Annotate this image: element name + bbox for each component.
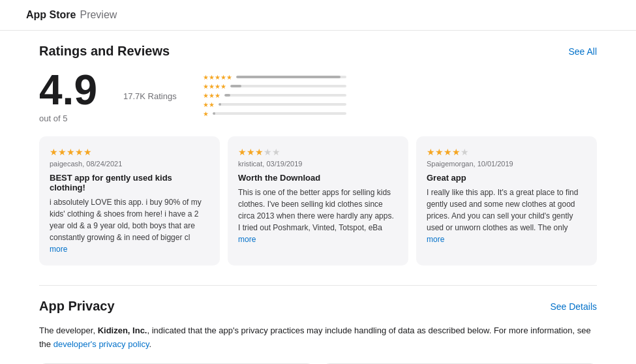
rating-bars: ★★★★★ ★★★★ ★★★ ★★ ★ xyxy=(203,74,346,119)
review-title-1: BEST app for gently used kids clothing! xyxy=(50,173,209,192)
bar-stars-5: ★★★★★ xyxy=(203,74,232,81)
review-more-1[interactable]: more xyxy=(50,245,67,254)
section-divider xyxy=(39,285,597,286)
privacy-policy-link[interactable]: developer's privacy policy xyxy=(53,339,149,349)
ratings-count: 17.7K Ratings xyxy=(123,91,177,101)
bar-stars-2: ★★ xyxy=(203,101,215,108)
bar-track-3 xyxy=(224,94,346,97)
bar-row-2: ★★ xyxy=(203,101,346,108)
main-content: Ratings and Reviews See All 4.9 out of 5… xyxy=(0,31,636,364)
bar-track-2 xyxy=(219,103,346,106)
bar-row-4: ★★★★ xyxy=(203,83,346,90)
ratings-overview: 4.9 out of 5 17.7K Ratings ★★★★★ ★★★★ ★★… xyxy=(39,69,597,123)
bar-track-5 xyxy=(236,76,346,78)
privacy-title: App Privacy xyxy=(39,299,115,314)
review-stars-2: ★★★★★ xyxy=(238,147,398,157)
bar-track-4 xyxy=(230,85,346,87)
bar-row-3: ★★★ xyxy=(203,92,346,99)
big-rating-block: 4.9 out of 5 xyxy=(39,69,97,123)
see-details-link[interactable]: See Details xyxy=(550,301,597,312)
review-title-3: Great app xyxy=(427,173,586,183)
privacy-section-header: App Privacy See Details xyxy=(39,299,597,314)
review-title-2: Worth the Download xyxy=(238,173,398,183)
privacy-desc-end: . xyxy=(149,339,151,349)
review-body-2: This is one of the better apps for selli… xyxy=(238,187,398,245)
review-stars-3: ★★★★★ xyxy=(427,147,586,157)
bar-stars-1: ★ xyxy=(203,110,209,117)
review-card-1: ★★★★★ paigecash, 08/24/2021 BEST app for… xyxy=(39,136,220,265)
app-header: App Store Preview xyxy=(0,0,636,31)
preview-label: Preview xyxy=(80,9,117,21)
bar-row-5: ★★★★★ xyxy=(203,74,346,81)
privacy-description: The developer, Kidizen, Inc., indicated … xyxy=(39,324,597,352)
reviews-grid: ★★★★★ paigecash, 08/24/2021 BEST app for… xyxy=(39,136,597,265)
see-all-link[interactable]: See All xyxy=(568,46,597,57)
review-more-3[interactable]: more xyxy=(427,235,444,244)
bar-row-1: ★ xyxy=(203,110,346,117)
app-store-label: App Store xyxy=(26,9,76,21)
privacy-desc-text: The developer, xyxy=(39,326,98,335)
ratings-title: Ratings and Reviews xyxy=(39,44,170,59)
out-of-label: out of 5 xyxy=(39,114,97,123)
developer-name: Kidizen, Inc. xyxy=(98,326,147,335)
review-meta-3: Spaigemorgan, 10/01/2019 xyxy=(427,160,586,168)
review-meta-2: kristicat, 03/19/2019 xyxy=(238,160,398,168)
review-meta-1: paigecash, 08/24/2021 xyxy=(50,160,209,168)
review-card-3: ★★★★★ Spaigemorgan, 10/01/2019 Great app… xyxy=(416,136,597,265)
big-rating-number: 4.9 xyxy=(39,69,97,111)
bar-stars-4: ★★★★ xyxy=(203,83,226,90)
bar-track-1 xyxy=(213,112,346,115)
ratings-section-header: Ratings and Reviews See All xyxy=(39,44,597,59)
bar-stars-3: ★★★ xyxy=(203,92,220,99)
review-card-2: ★★★★★ kristicat, 03/19/2019 Worth the Do… xyxy=(228,136,408,265)
review-body-3: I really like this app. It's a great pla… xyxy=(427,187,586,245)
review-more-2[interactable]: more xyxy=(238,235,256,244)
review-body-1: i absolutely LOVE this app. i buy 90% of… xyxy=(50,196,209,255)
review-stars-1: ★★★★★ xyxy=(50,147,209,157)
